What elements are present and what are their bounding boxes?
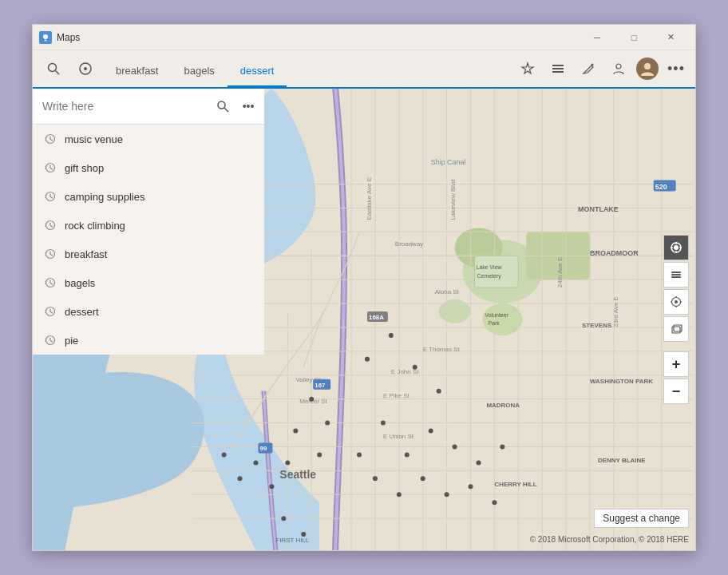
svg-text:520: 520 [655,183,667,191]
suggestion-text-4: rock climbing [65,220,125,232]
suggestion-text-3: camping supplies [65,191,144,203]
svg-rect-7 [552,71,564,73]
close-button[interactable]: ✕ [652,25,689,50]
svg-text:BROADMOOR: BROADMOOR [590,249,639,257]
svg-point-99 [293,429,298,434]
app-icon [39,31,52,44]
svg-rect-5 [552,65,564,66]
svg-rect-6 [552,68,564,69]
tab-dessert[interactable]: dessert [228,55,287,87]
svg-text:Aloha St: Aloha St [435,288,460,295]
suggestion-camping[interactable]: camping supplies [33,182,264,211]
history-icon-4 [44,219,57,232]
maximize-button[interactable]: □ [615,25,652,50]
svg-point-8 [592,64,594,66]
zoom-out-button[interactable]: − [663,379,689,404]
svg-point-11 [644,63,651,69]
app-window: Maps ─ □ ✕ breakfast bagels [32,24,696,551]
svg-point-9 [616,64,621,69]
search-toolbar-icon[interactable] [39,54,68,83]
suggestion-bagels[interactable]: bagels [33,268,264,297]
svg-point-106 [373,476,378,481]
collections-icon[interactable] [545,56,571,81]
svg-point-109 [445,492,449,497]
search-input[interactable] [42,100,207,113]
suggestion-gift-shop[interactable]: gift shop [33,153,264,182]
svg-point-105 [357,452,362,457]
location-button[interactable] [663,235,689,260]
svg-point-91 [405,452,410,457]
user-avatar[interactable] [636,58,659,80]
svg-text:Broadway: Broadway [395,240,423,248]
svg-rect-134 [671,276,681,278]
svg-line-2 [56,71,60,75]
history-icon-2 [44,161,57,174]
svg-rect-132 [671,272,681,273]
svg-point-96 [309,397,314,402]
account-icon[interactable] [606,56,631,81]
svg-point-0 [43,34,48,39]
suggestion-rock-climbing[interactable]: rock climbing [33,211,264,240]
svg-point-136 [675,300,678,303]
svg-point-4 [84,67,87,70]
svg-point-111 [492,500,497,505]
ink-icon[interactable] [576,56,601,81]
svg-text:E Thomas St: E Thomas St [423,346,461,353]
svg-point-104 [365,357,370,362]
svg-point-1 [49,64,57,72]
svg-text:99: 99 [259,445,267,452]
search-tabs: breakfast bagels dessert [103,50,512,87]
layers-button[interactable] [663,262,689,288]
suggestion-pie[interactable]: pie [33,326,264,355]
svg-point-97 [325,421,330,426]
svg-point-92 [429,429,433,434]
svg-point-93 [453,444,457,449]
svg-point-101 [269,484,274,489]
suggestion-text-2: gift shop [65,162,104,174]
svg-text:CHERRY HILL: CHERRY HILL [494,481,536,488]
svg-point-87 [389,333,394,338]
svg-line-117 [224,108,228,112]
svg-text:DENNY BLAINE: DENNY BLAINE [598,457,646,464]
svg-text:Seattle: Seattle [279,468,316,481]
directions-toolbar-icon[interactable] [71,54,100,83]
tab-bagels[interactable]: bagels [171,55,227,87]
toolbar: breakfast bagels dessert [33,50,695,89]
svg-point-100 [285,460,290,465]
svg-text:24th Ave E: 24th Ave E [556,257,564,288]
map-container[interactable]: Eastlake Ave E Lakeview Blvd 24th Ave E … [33,89,695,550]
zoom-in-button[interactable]: + [663,351,689,377]
title-bar: Maps ─ □ ✕ [33,25,695,50]
search-submit-icon[interactable] [212,95,234,117]
history-icon-8 [44,334,57,347]
history-icon-7 [44,305,57,318]
minimize-button[interactable]: ─ [579,25,615,50]
svg-text:168A: 168A [369,314,384,321]
suggestion-music-venue[interactable]: music venue [33,125,264,153]
svg-point-103 [301,532,306,537]
svg-point-89 [437,389,441,394]
svg-point-126 [674,245,679,250]
more-options-icon[interactable]: ••• [663,56,689,81]
window-title: Maps [57,32,579,43]
svg-point-108 [421,476,425,481]
history-icon [44,133,57,145]
svg-rect-73 [475,256,519,288]
suggest-change-button[interactable]: Suggest a change [594,509,689,528]
search-more-icon[interactable]: ••• [239,97,258,116]
svg-point-95 [500,444,504,449]
favorites-icon[interactable] [515,56,540,81]
suggestion-breakfast[interactable]: breakfast [33,240,264,268]
tab-breakfast[interactable]: breakfast [103,55,171,87]
gps-button[interactable] [663,289,689,315]
svg-text:Park: Park [488,320,500,326]
svg-text:STEVENS: STEVENS [582,322,611,329]
svg-point-98 [317,452,322,457]
svg-text:23rd Ave E: 23rd Ave E [612,296,619,327]
toolbar-right: ••• [515,56,689,81]
svg-text:Lake View: Lake View [477,264,503,270]
search-panel: ••• music venue [33,89,264,355]
suggestion-dessert[interactable]: dessert [33,297,264,326]
3d-button[interactable] [663,316,689,342]
svg-text:Lakeview Blvd: Lakeview Blvd [449,179,457,220]
